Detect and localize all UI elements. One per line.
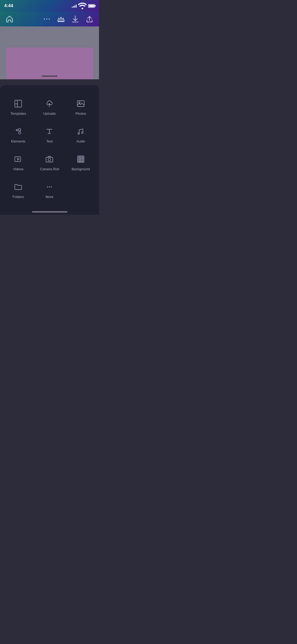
svg-point-26 xyxy=(49,186,50,187)
svg-rect-8 xyxy=(77,101,84,107)
templates-label: Templates xyxy=(11,112,26,116)
menu-item-more[interactable]: More xyxy=(34,176,65,204)
videos-icon xyxy=(13,154,23,164)
elements-label: Elements xyxy=(11,139,25,143)
toolbar-right xyxy=(43,15,94,23)
menu-item-text[interactable]: Text xyxy=(34,121,65,149)
menu-item-elements[interactable]: Elements xyxy=(3,121,34,149)
premium-button[interactable] xyxy=(57,15,65,23)
drag-handle[interactable] xyxy=(42,76,58,77)
uploads-icon xyxy=(44,98,55,109)
menu-grid-row-3: Videos Camera Roll xyxy=(3,149,96,176)
photos-icon xyxy=(76,98,86,109)
status-icons xyxy=(72,1,95,11)
elements-icon xyxy=(13,126,23,137)
wifi-icon xyxy=(78,1,87,11)
menu-item-templates[interactable]: Templates xyxy=(3,93,34,121)
camera-roll-label: Camera Roll xyxy=(40,167,59,171)
svg-point-12 xyxy=(78,133,79,134)
background-label: Background xyxy=(72,167,90,171)
uploads-label: Uploads xyxy=(43,112,56,116)
more-icon xyxy=(44,182,55,192)
folders-label: Folders xyxy=(12,195,24,199)
svg-point-1 xyxy=(46,19,47,20)
menu-item-background[interactable]: Background xyxy=(65,149,96,176)
svg-rect-11 xyxy=(18,129,21,131)
toolbar xyxy=(0,12,99,26)
text-icon xyxy=(44,126,55,137)
svg-rect-5 xyxy=(15,100,22,107)
battery-icon xyxy=(88,4,95,8)
svg-rect-15 xyxy=(46,157,53,162)
menu-item-audio[interactable]: Audio xyxy=(65,121,96,149)
canvas-content xyxy=(6,48,93,79)
menu-item-videos[interactable]: Videos xyxy=(3,149,34,176)
photos-label: Photos xyxy=(76,112,86,116)
svg-point-0 xyxy=(44,19,45,20)
videos-label: Videos xyxy=(13,167,23,171)
canvas-area xyxy=(0,26,99,79)
templates-icon xyxy=(13,98,23,109)
download-button[interactable] xyxy=(71,15,79,23)
svg-point-16 xyxy=(48,158,51,161)
menu-grid-row-1: Templates Uploads Photos xyxy=(3,93,96,121)
svg-point-25 xyxy=(47,186,48,187)
menu-item-folders[interactable]: Folders xyxy=(3,176,34,204)
more-options-button[interactable] xyxy=(43,15,51,23)
menu-grid-row-4: Folders More xyxy=(3,176,96,204)
background-icon xyxy=(76,154,86,164)
svg-point-27 xyxy=(51,186,52,187)
svg-point-2 xyxy=(49,19,50,20)
svg-point-9 xyxy=(79,102,80,103)
more-label: More xyxy=(46,195,54,199)
status-bar: 4:44 xyxy=(0,0,99,12)
menu-item-uploads[interactable]: Uploads xyxy=(34,93,65,121)
home-indicator xyxy=(32,211,67,213)
share-button[interactable] xyxy=(85,15,94,23)
bottom-sheet: Templates Uploads Photos xyxy=(0,85,99,215)
camera-roll-icon xyxy=(44,154,55,164)
audio-label: Audio xyxy=(76,139,85,143)
signal-icon xyxy=(72,4,77,8)
svg-rect-10 xyxy=(18,132,21,134)
menu-grid-row-2: Elements Text Audio xyxy=(3,121,96,149)
status-time: 4:44 xyxy=(4,3,13,8)
audio-icon xyxy=(76,126,86,137)
text-label: Text xyxy=(46,139,53,143)
svg-rect-14 xyxy=(15,157,21,162)
folders-icon xyxy=(13,182,23,192)
svg-point-13 xyxy=(82,132,83,134)
menu-item-photos[interactable]: Photos xyxy=(65,93,96,121)
menu-item-camera-roll[interactable]: Camera Roll xyxy=(34,149,65,176)
home-button[interactable] xyxy=(5,15,14,23)
